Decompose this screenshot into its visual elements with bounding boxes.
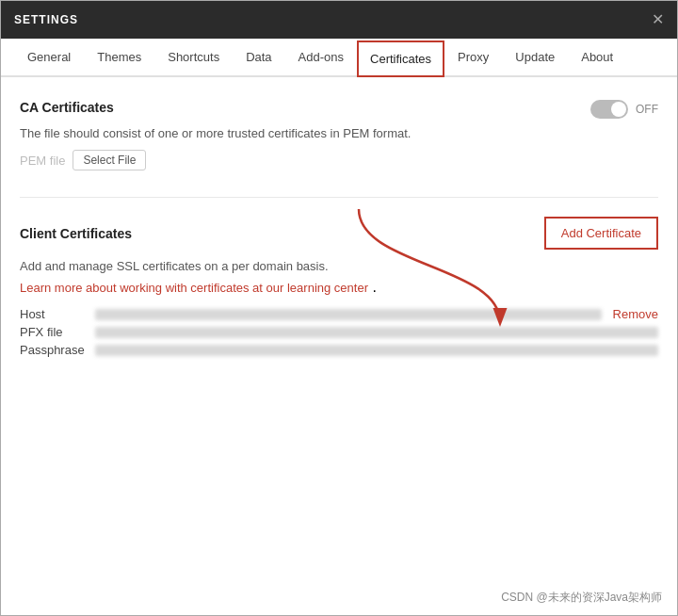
- ca-section-title: CA Certificates: [20, 100, 114, 115]
- select-file-button[interactable]: Select File: [73, 150, 146, 170]
- tab-about[interactable]: About: [568, 39, 626, 75]
- tab-shortcuts[interactable]: Shortcuts: [154, 39, 233, 75]
- host-label: Host: [20, 307, 95, 321]
- learn-more-link[interactable]: Learn more about working with certificat…: [20, 281, 368, 295]
- titlebar: SETTINGS ✕: [1, 1, 677, 39]
- ca-toggle-area: OFF: [590, 100, 658, 119]
- tab-themes[interactable]: Themes: [84, 39, 154, 75]
- toggle-knob: [611, 102, 626, 117]
- pem-area: PEM file Select File: [20, 150, 658, 170]
- ca-certificates-section: CA Certificates OFF The file should cons…: [20, 100, 658, 170]
- tab-proxy[interactable]: Proxy: [444, 39, 502, 75]
- tab-general[interactable]: General: [14, 39, 84, 75]
- pfx-row: PFX file: [20, 325, 658, 339]
- settings-window: SETTINGS ✕ General Themes Shortcuts Data…: [0, 0, 678, 616]
- link-period: .: [372, 279, 376, 295]
- ca-description: The file should consist of one or more t…: [20, 126, 658, 140]
- client-section-title: Client Certificates: [20, 226, 132, 241]
- tab-data[interactable]: Data: [233, 39, 284, 75]
- passphrase-value: [95, 345, 658, 356]
- toggle-off-label: OFF: [636, 103, 658, 116]
- host-value: [95, 309, 602, 320]
- section-divider: [20, 197, 658, 198]
- certificate-entry: Host Remove PFX file Passphrase: [20, 307, 658, 357]
- watermark: CSDN @未来的资深Java架构师: [501, 590, 662, 606]
- window-title: SETTINGS: [14, 13, 78, 26]
- tab-add-ons[interactable]: Add-ons: [285, 39, 357, 75]
- pem-file-label: PEM file: [20, 154, 65, 168]
- pfx-value: [95, 327, 658, 338]
- ca-section-header: CA Certificates OFF: [20, 100, 658, 119]
- client-description: Add and manage SSL certificates on a per…: [20, 259, 658, 273]
- tab-update[interactable]: Update: [502, 39, 568, 75]
- add-certificate-button[interactable]: Add Certificate: [544, 217, 658, 250]
- remove-button[interactable]: Remove: [613, 307, 658, 321]
- pfx-label: PFX file: [20, 325, 95, 339]
- tab-certificates[interactable]: Certificates: [357, 41, 444, 77]
- close-button[interactable]: ✕: [652, 12, 664, 27]
- client-certificates-section: Client Certificates Add Certificate Add …: [20, 217, 658, 357]
- host-row: Host Remove: [20, 307, 658, 321]
- settings-content: CA Certificates OFF The file should cons…: [1, 77, 677, 615]
- passphrase-row: Passphrase: [20, 343, 658, 357]
- tabs-bar: General Themes Shortcuts Data Add-ons Ce…: [1, 39, 677, 77]
- client-section-header: Client Certificates Add Certificate: [20, 217, 658, 250]
- passphrase-label: Passphrase: [20, 343, 95, 357]
- ca-toggle[interactable]: [590, 100, 628, 119]
